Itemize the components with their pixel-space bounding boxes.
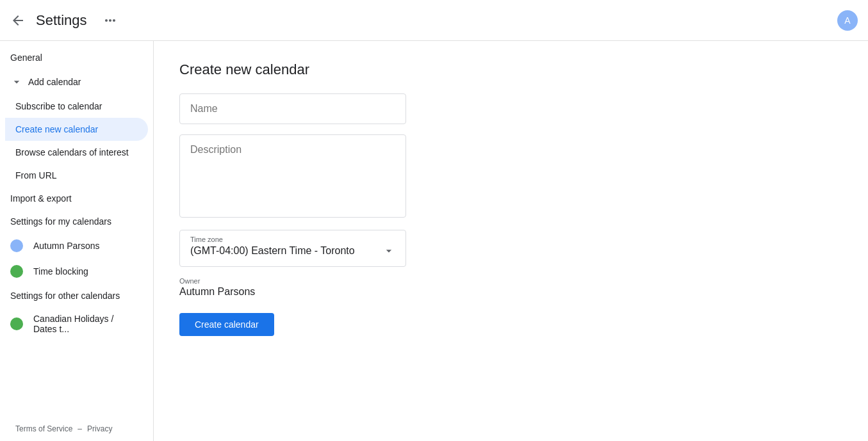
from-url-label: From URL: [15, 170, 57, 180]
my-calendars-label: Settings for my calendars: [10, 216, 111, 227]
layout: General Add calendar Subscribe to calend…: [0, 41, 868, 441]
sidebar: General Add calendar Subscribe to calend…: [0, 41, 154, 441]
timezone-label: Time zone: [190, 236, 395, 243]
sidebar-item-create-new[interactable]: Create new calendar: [5, 118, 148, 141]
sidebar-item-general[interactable]: General: [0, 46, 148, 69]
create-new-label: Create new calendar: [15, 124, 98, 134]
sidebar-item-browse[interactable]: Browse calendars of interest: [5, 141, 148, 164]
autumn-color-dot: [10, 239, 23, 252]
browse-label: Browse calendars of interest: [15, 147, 129, 157]
back-button[interactable]: [10, 13, 26, 28]
sidebar-item-from-url[interactable]: From URL: [5, 164, 148, 187]
canadian-holidays-color-dot: [10, 317, 23, 330]
description-input[interactable]: [179, 134, 406, 218]
timezone-value: (GMT-04:00) Eastern Time - Toronto: [190, 245, 355, 257]
sidebar-item-time-blocking[interactable]: Time blocking: [0, 259, 148, 284]
import-export-label: Import & export: [10, 193, 72, 204]
timezone-chevron-icon: [382, 245, 395, 257]
timezone-select[interactable]: Time zone (GMT-04:00) Eastern Time - Tor…: [179, 230, 406, 267]
create-calendar-button[interactable]: Create calendar: [179, 313, 274, 336]
sidebar-item-canadian-holidays[interactable]: Canadian Holidays / Dates t...: [0, 307, 148, 341]
avatar[interactable]: A: [837, 10, 858, 31]
chevron-down-icon: [10, 76, 23, 88]
owner-container: Owner Autumn Parsons: [179, 277, 406, 298]
autumn-label: Autumn Parsons: [33, 241, 100, 251]
terms-link[interactable]: Terms of Service: [15, 424, 72, 433]
privacy-link[interactable]: Privacy: [87, 424, 112, 433]
sidebar-item-my-calendars[interactable]: Settings for my calendars: [0, 210, 148, 233]
sidebar-subsection: Subscribe to calendar Create new calenda…: [0, 95, 153, 187]
footer-separator: –: [78, 424, 82, 433]
grid-icon[interactable]: [102, 13, 118, 28]
sidebar-item-add-calendar[interactable]: Add calendar: [0, 69, 148, 95]
owner-value: Autumn Parsons: [179, 286, 255, 297]
name-field-wrapper: [179, 93, 406, 124]
subscribe-label: Subscribe to calendar: [15, 101, 102, 111]
sidebar-general-label: General: [10, 52, 42, 63]
time-blocking-label: Time blocking: [33, 266, 88, 277]
add-calendar-label: Add calendar: [28, 77, 81, 87]
canadian-holidays-label: Canadian Holidays / Dates t...: [33, 314, 138, 334]
time-blocking-color-dot: [10, 265, 23, 278]
footer: Terms of Service – Privacy: [0, 417, 868, 441]
app-title: Settings: [36, 12, 87, 29]
name-input[interactable]: [179, 93, 406, 124]
main-content: Create new calendar Time zone (GMT-04:00…: [154, 41, 868, 441]
other-calendars-label: Settings for other calendars: [10, 291, 120, 301]
sidebar-item-autumn[interactable]: Autumn Parsons: [0, 233, 148, 259]
app-header: Settings A: [0, 0, 868, 41]
page-title: Create new calendar: [179, 61, 842, 78]
sidebar-item-subscribe[interactable]: Subscribe to calendar: [5, 95, 148, 118]
sidebar-item-other-calendars[interactable]: Settings for other calendars: [0, 284, 148, 307]
sidebar-item-import-export[interactable]: Import & export: [0, 187, 148, 210]
owner-label: Owner: [179, 277, 406, 285]
